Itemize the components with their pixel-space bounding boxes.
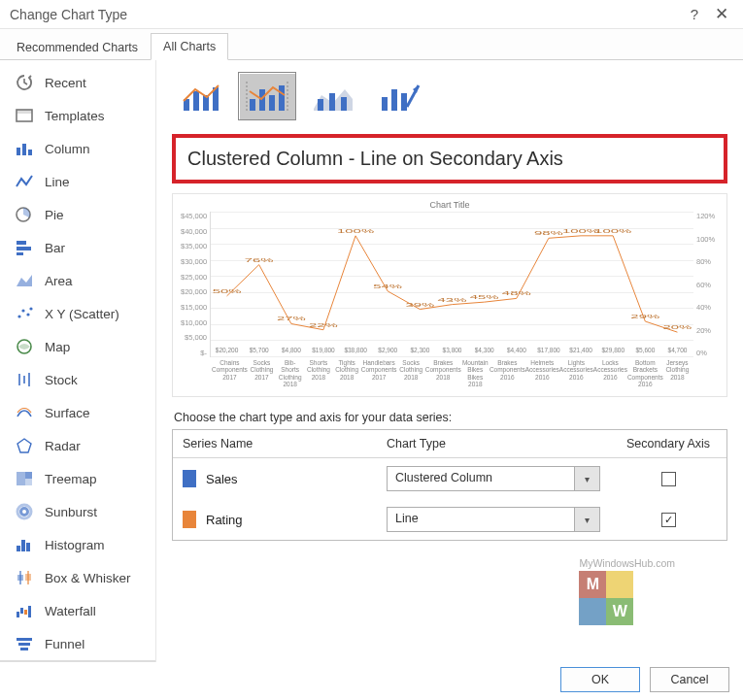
ok-button[interactable]: OK: [560, 667, 640, 692]
sidebar-item-label: Sunburst: [45, 505, 97, 519]
sidebar-item-stock[interactable]: Stock: [0, 363, 155, 396]
svg-rect-33: [24, 610, 27, 615]
recent-icon: [14, 73, 35, 92]
series-name-label: Rating: [206, 513, 243, 527]
sunburst-icon: [14, 502, 35, 521]
svg-text:54%: 54%: [373, 284, 402, 289]
tab-all-charts[interactable]: All Charts: [151, 33, 228, 60]
combo-subtype-row: [172, 72, 727, 120]
svg-text:39%: 39%: [405, 303, 434, 308]
svg-rect-8: [17, 252, 23, 255]
xy-icon: [14, 304, 35, 323]
sidebar-item-label: Histogram: [45, 538, 105, 552]
sidebar-item-combo[interactable]: Combo: [0, 660, 155, 662]
svg-marker-9: [17, 275, 32, 286]
window-title: Change Chart Type: [10, 7, 681, 22]
svg-text:45%: 45%: [470, 295, 499, 300]
col-secondary-axis: Secondary Axis: [610, 430, 726, 457]
svg-point-11: [21, 309, 24, 312]
svg-rect-35: [17, 638, 32, 641]
area-icon: [14, 271, 35, 290]
column-icon: [14, 139, 35, 158]
svg-rect-37: [20, 648, 28, 650]
svg-rect-45: [259, 89, 265, 111]
sidebar-item-surface[interactable]: Surface: [0, 396, 155, 429]
secondary-axis-checkbox[interactable]: ✓: [661, 513, 676, 527]
svg-point-23: [21, 509, 28, 516]
sidebar-item-area[interactable]: Area: [0, 264, 155, 297]
svg-rect-51: [318, 99, 323, 111]
chevron-down-icon: ▾: [574, 508, 599, 531]
sidebar-item-label: X Y (Scatter): [45, 307, 119, 321]
primary-y-ticks: $45,000$40,000$35,000$30,000$25,000$20,0…: [181, 212, 210, 357]
svg-rect-36: [18, 643, 30, 646]
chart-type-value: Line: [388, 508, 574, 531]
sidebar-item-column[interactable]: Column: [0, 132, 155, 165]
sidebar-item-label: Bar: [45, 241, 65, 255]
subtype-clustered-line[interactable]: [172, 72, 230, 120]
svg-rect-1: [17, 110, 32, 114]
sidebar-item-boxwhisker[interactable]: Box & Whisker: [0, 561, 155, 594]
treemap-icon: [14, 469, 35, 488]
svg-rect-4: [28, 150, 32, 155]
svg-rect-34: [28, 606, 31, 617]
sidebar-item-label: Stock: [45, 373, 78, 387]
sidebar-item-xy[interactable]: X Y (Scatter): [0, 297, 155, 330]
titlebar: Change Chart Type ? ✕: [0, 0, 743, 29]
svg-text:20%: 20%: [663, 325, 692, 330]
sidebar-item-map[interactable]: Map: [0, 330, 155, 363]
plot-area: $20,200$5,700$4,800$19,800$38,800$2,900$…: [210, 212, 693, 357]
close-button[interactable]: ✕: [708, 4, 735, 24]
sidebar-item-radar[interactable]: Radar: [0, 429, 155, 462]
secondary-axis-checkbox[interactable]: [661, 472, 676, 486]
svg-rect-24: [17, 546, 20, 551]
chart-type-combobox[interactable]: Line▾: [387, 507, 600, 532]
sidebar-item-line[interactable]: Line: [0, 165, 155, 198]
sidebar-item-label: Line: [45, 175, 70, 189]
sidebar-item-treemap[interactable]: Treemap: [0, 462, 155, 495]
chart-type-combobox[interactable]: Clustered Column▾: [387, 466, 600, 491]
watermark: MyWindowsHub.com M W: [579, 557, 675, 625]
svg-point-10: [17, 315, 20, 317]
sidebar-item-funnel[interactable]: Funnel: [0, 627, 155, 660]
sidebar-item-label: Funnel: [45, 637, 84, 651]
sidebar-item-pie[interactable]: Pie: [0, 198, 155, 231]
radar-icon: [14, 436, 35, 455]
help-button[interactable]: ?: [681, 6, 708, 22]
svg-rect-30: [25, 574, 31, 581]
svg-rect-41: [193, 91, 199, 111]
svg-rect-28: [17, 575, 23, 581]
secondary-y-ticks: 120%100%80%60%40%20%0%: [693, 212, 719, 357]
chart-preview[interactable]: Chart Title $45,000$40,000$35,000$30,000…: [172, 193, 727, 397]
svg-rect-44: [250, 99, 255, 111]
svg-text:48%: 48%: [502, 291, 531, 296]
sidebar-item-templates[interactable]: Templates: [0, 99, 155, 132]
svg-rect-56: [401, 93, 407, 111]
svg-rect-19: [17, 472, 25, 485]
sidebar-item-label: Radar: [45, 439, 81, 453]
dialog-footer: OK Cancel: [547, 659, 743, 700]
sidebar-item-recent[interactable]: Recent: [0, 66, 155, 99]
subtype-clustered-line-secondary[interactable]: [238, 72, 296, 120]
bar-icon: [14, 238, 35, 257]
svg-rect-21: [25, 479, 32, 485]
sidebar-item-histogram[interactable]: Histogram: [0, 528, 155, 561]
subtype-custom-combo[interactable]: [370, 72, 428, 120]
svg-rect-26: [26, 543, 30, 551]
templates-icon: [14, 106, 35, 125]
cancel-button[interactable]: Cancel: [650, 667, 729, 692]
stock-icon: [14, 370, 35, 389]
waterfall-icon: [14, 601, 35, 620]
tab-recommended-charts[interactable]: Recommended Charts: [4, 34, 151, 60]
sidebar-item-sunburst[interactable]: Sunburst: [0, 495, 155, 528]
svg-rect-54: [382, 97, 388, 111]
chart-type-value: Clustered Column: [388, 467, 574, 490]
series-swatch: [183, 470, 196, 487]
chevron-down-icon: ▾: [574, 467, 599, 490]
sidebar-item-waterfall[interactable]: Waterfall: [0, 594, 155, 627]
svg-text:76%: 76%: [245, 258, 274, 263]
sidebar-item-bar[interactable]: Bar: [0, 231, 155, 264]
subtype-stacked-area-column[interactable]: [304, 72, 362, 120]
svg-rect-31: [17, 612, 19, 617]
chart-title: Chart Title: [181, 200, 719, 210]
